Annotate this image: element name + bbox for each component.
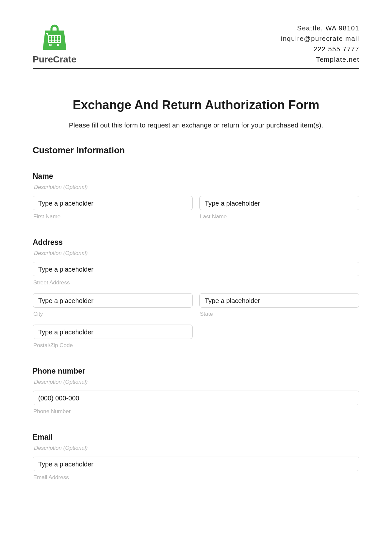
form-description: Please fill out this form to request an … — [33, 121, 359, 129]
state-sublabel: State — [199, 311, 359, 317]
field-name: Name Description (Optional) Type a place… — [33, 172, 359, 220]
brand-name: PureCrate — [33, 54, 76, 65]
email-desc: Description (Optional) — [33, 445, 359, 451]
contact-address: Seattle, WA 98101 — [281, 23, 359, 33]
postal-sublabel: Postal/Zip Code — [33, 342, 193, 349]
page-header: PureCrate Seattle, WA 98101 inquire@pure… — [33, 23, 359, 69]
field-address: Address Description (Optional) Type a pl… — [33, 238, 359, 349]
last-name-sublabel: Last Name — [199, 213, 359, 220]
email-sublabel: Email Address — [33, 474, 359, 481]
street-address-input[interactable]: Type a placeholder — [33, 262, 359, 276]
contact-phone: 222 555 7777 — [281, 44, 359, 54]
phone-label: Phone number — [33, 367, 359, 376]
contact-email: inquire@purecrate.mail — [281, 33, 359, 44]
last-name-input[interactable]: Type a placeholder — [199, 196, 359, 210]
address-desc: Description (Optional) — [33, 250, 359, 257]
name-desc: Description (Optional) — [33, 184, 359, 191]
logo-block: PureCrate — [33, 23, 76, 65]
first-name-sublabel: First Name — [33, 213, 193, 220]
field-phone: Phone number Description (Optional) (000… — [33, 367, 359, 415]
form-title: Exchange And Return Authorization Form — [33, 98, 359, 112]
city-input[interactable]: Type a placeholder — [33, 293, 193, 308]
svg-point-9 — [57, 44, 58, 45]
name-label: Name — [33, 172, 359, 181]
email-input[interactable]: Type a placeholder — [33, 457, 359, 471]
shopping-bag-cart-icon — [40, 23, 69, 53]
address-label: Address — [33, 238, 359, 247]
email-label: Email — [33, 433, 359, 442]
section-customer-info: Customer Information — [33, 145, 359, 156]
postal-input[interactable]: Type a placeholder — [33, 325, 193, 339]
contact-site: Template.net — [281, 54, 359, 65]
field-email: Email Description (Optional) Type a plac… — [33, 433, 359, 481]
phone-sublabel: Phone Number — [33, 408, 359, 415]
street-address-sublabel: Street Address — [33, 279, 359, 286]
contact-info: Seattle, WA 98101 inquire@purecrate.mail… — [281, 23, 359, 65]
state-input[interactable]: Type a placeholder — [199, 293, 359, 308]
first-name-input[interactable]: Type a placeholder — [33, 196, 193, 210]
phone-desc: Description (Optional) — [33, 379, 359, 385]
city-sublabel: City — [33, 311, 193, 317]
svg-point-8 — [50, 44, 51, 45]
phone-input[interactable]: (000) 000-000 — [33, 391, 359, 405]
